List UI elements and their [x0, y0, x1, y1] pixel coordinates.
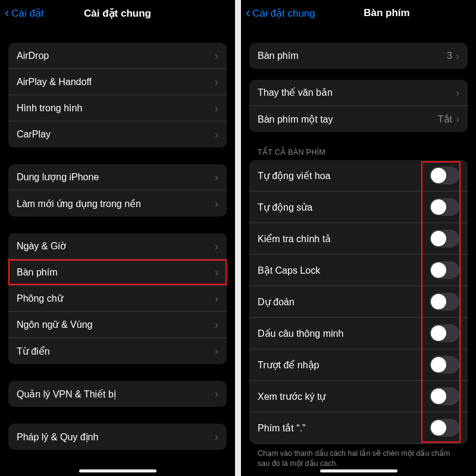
row-airplay-handoff[interactable]: AirPlay & Handoff› [8, 69, 227, 95]
row-label: Dấu câu thông minh [258, 328, 430, 339]
back-label: Cài đặt chung [252, 7, 315, 20]
row-airdrop[interactable]: AirDrop› [8, 43, 227, 69]
row-label: AirDrop [17, 51, 215, 61]
toggle-knob [431, 262, 446, 278]
toggle-switch[interactable] [430, 167, 459, 184]
row-label: Bàn phím [17, 267, 215, 278]
group-keyboards: Bàn phím3› [249, 43, 468, 69]
content-scroll[interactable]: Bàn phím3› Thay thế văn bản›Bàn phím một… [241, 43, 476, 476]
row-label: Phím tắt “.” [258, 422, 430, 434]
toggle-switch[interactable] [430, 324, 459, 342]
row-label: Tự động viết hoa [258, 170, 430, 181]
row-ba-n-phi-m[interactable]: Bàn phím3› [249, 43, 468, 69]
row-thay-the-va-n-ba-n[interactable]: Thay thế văn bản› [249, 80, 468, 106]
group-storage: Dung lượng iPhone›Làm mới ứng dụng trong… [8, 164, 227, 217]
toggle-switch[interactable] [430, 293, 459, 311]
row-label: Phông chữ [17, 293, 215, 304]
group-connectivity: AirDrop›AirPlay & Handoff›Hình trong hìn… [8, 43, 227, 148]
toggle-knob [431, 389, 446, 404]
row-label: Trượt để nhập [258, 359, 430, 371]
chevron-right-icon: › [215, 389, 218, 399]
row-kie-m-tra-chi-nh-ta: Kiểm tra chính tả [249, 223, 468, 255]
row-label: CarPlay [17, 129, 215, 140]
row-label: Hình trong hình [17, 103, 215, 114]
row-la-m-mo-i-u-ng-du-ng-trong-ne-n[interactable]: Làm mới ứng dụng trong nền› [8, 190, 227, 217]
chevron-right-icon: › [456, 87, 459, 98]
row-phi-m-ta-t: Phím tắt “.” [249, 412, 468, 444]
toggle-knob [431, 420, 446, 436]
section-header-all-keyboards: TẤT CẢ BÀN PHÍM [258, 148, 459, 156]
chevron-right-icon: › [215, 293, 218, 304]
row-dung-lu-o-ng-iphone[interactable]: Dung lượng iPhone› [8, 164, 227, 190]
toggle-switch[interactable] [430, 230, 459, 248]
group-text-replace: Thay thế văn bản›Bàn phím một tayTắt› [249, 80, 468, 132]
page-title: Bàn phím [364, 7, 409, 19]
row-du-oa-n: Dự đoán [249, 286, 468, 318]
row-da-u-ca-u-tho-ng-minh: Dấu câu thông minh [249, 318, 468, 349]
row-carplay[interactable]: CarPlay› [8, 121, 227, 148]
toggle-switch[interactable] [430, 356, 459, 374]
back-button[interactable]: ‹ Cài đặt [5, 7, 44, 20]
row-pho-ng-chu[interactable]: Phông chữ› [8, 286, 227, 312]
home-indicator[interactable] [79, 469, 156, 472]
group-all-keyboards-toggles: Tự động viết hoaTự động sửaKiểm tra chín… [249, 160, 468, 444]
row-label: Pháp lý & Quy định [17, 431, 215, 443]
toggle-knob [431, 325, 446, 341]
back-button[interactable]: ‹ Cài đặt chung [246, 7, 315, 20]
footer-note: Chạm vào thanh dấu cách hai lần sẽ chèn … [258, 449, 459, 469]
row-tu-o-ng-vie-t-hoa: Tự động viết hoa [249, 160, 468, 192]
toggle-switch[interactable] [430, 198, 459, 216]
row-ba-n-phi-m[interactable]: Bàn phím› [8, 259, 227, 286]
row-hi-nh-trong-hi-nh[interactable]: Hình trong hình› [8, 95, 227, 121]
row-ngo-n-ngu-vu-ng[interactable]: Ngôn ngữ & Vùng› [8, 312, 227, 338]
row-label: Ngôn ngữ & Vùng [17, 319, 215, 330]
chevron-right-icon: › [215, 346, 218, 356]
chevron-right-icon: › [215, 172, 218, 183]
group-system: Ngày & Giờ›Bàn phím›Phông chữ›Ngôn ngữ &… [8, 233, 227, 364]
row-detail: Tắt [438, 114, 452, 125]
back-label: Cài đặt [11, 7, 43, 20]
home-indicator[interactable] [320, 469, 397, 472]
row-label: Bàn phím một tay [258, 114, 438, 125]
toggle-knob [431, 294, 446, 309]
chevron-right-icon: › [215, 77, 218, 87]
row-nga-y-gio[interactable]: Ngày & Giờ› [8, 233, 227, 259]
row-label: Kiểm tra chính tả [258, 233, 430, 245]
row-label: Thay thế văn bản [258, 87, 456, 98]
toggle-knob [431, 168, 446, 183]
row-pha-p-ly-quy-i-nh[interactable]: Pháp lý & Quy định› [8, 424, 227, 450]
navbar: ‹ Cài đặt chung Bàn phím [241, 0, 476, 26]
screen-general-settings: ‹ Cài đặt Cài đặt chung AirDrop›AirPlay … [0, 0, 235, 476]
row-tru-o-t-e-nha-p: Trượt để nhập [249, 349, 468, 381]
row-label: Bàn phím [258, 51, 447, 61]
navbar: ‹ Cài đặt Cài đặt chung [0, 0, 235, 26]
page-title: Cài đặt chung [84, 7, 151, 20]
content-scroll[interactable]: AirDrop›AirPlay & Handoff›Hình trong hìn… [0, 43, 235, 468]
row-ba-n-phi-m-mo-t-tay[interactable]: Bàn phím một tayTắt› [249, 106, 468, 132]
chevron-right-icon: › [215, 320, 218, 330]
toggle-switch[interactable] [430, 261, 459, 279]
group-legal: Pháp lý & Quy định› [8, 424, 227, 450]
row-label: Tự động sửa [258, 202, 430, 213]
chevron-left-icon: ‹ [246, 7, 250, 20]
row-label: Từ điển [17, 346, 215, 357]
chevron-right-icon: › [215, 103, 218, 114]
chevron-right-icon: › [215, 241, 218, 252]
chevron-right-icon: › [215, 267, 218, 278]
toggle-switch[interactable] [430, 387, 459, 405]
toggle-switch[interactable] [430, 419, 459, 437]
row-label: Xem trước ký tự [258, 391, 430, 402]
row-tu-ie-n[interactable]: Từ điển› [8, 338, 227, 364]
toggle-knob [431, 199, 446, 215]
row-qua-n-ly-vpn-thie-t-bi[interactable]: Quản lý VPN & Thiết bị› [8, 381, 227, 407]
row-label: AirPlay & Handoff [17, 77, 215, 87]
chevron-right-icon: › [215, 431, 218, 442]
chevron-right-icon: › [215, 129, 218, 140]
chevron-right-icon: › [456, 51, 459, 61]
chevron-left-icon: ‹ [5, 7, 9, 20]
row-detail: 3 [447, 51, 452, 61]
toggle-knob [431, 357, 446, 372]
row-label: Dung lượng iPhone [17, 171, 215, 183]
toggle-knob [431, 231, 446, 246]
chevron-right-icon: › [456, 114, 459, 124]
